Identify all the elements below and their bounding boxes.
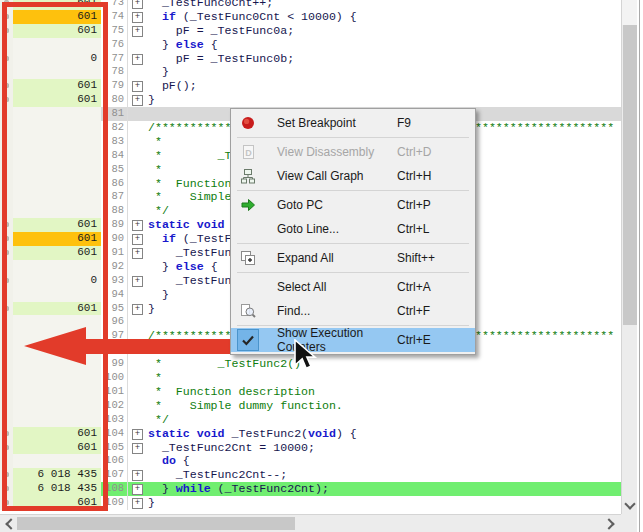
code-text[interactable]: pF = _TestFunc0a; bbox=[148, 24, 621, 38]
horizontal-scrollbar[interactable] bbox=[0, 514, 621, 532]
menu-item-shortcut: Ctrl+A bbox=[397, 280, 475, 294]
menu-item-goto-pc[interactable]: Goto PCCtrl+P bbox=[231, 193, 475, 217]
scroll-left-button[interactable] bbox=[2, 515, 17, 532]
fold-margin bbox=[128, 413, 148, 427]
fold-expand-icon[interactable]: + bbox=[132, 276, 143, 287]
fold-expand-icon[interactable]: + bbox=[132, 95, 143, 106]
menu-item-expand-all[interactable]: Expand AllShift++ bbox=[231, 246, 475, 270]
call-graph-icon bbox=[231, 168, 265, 184]
chevron-down-icon bbox=[624, 498, 635, 509]
line-body: 77+ pF = _TestFunc0b; bbox=[101, 52, 621, 66]
fold-margin bbox=[128, 177, 148, 191]
code-text[interactable]: _TestFunc0Cnt++; bbox=[148, 0, 621, 10]
menu-item-shortcut: Ctrl+F bbox=[397, 304, 475, 318]
fold-expand-icon[interactable]: + bbox=[132, 498, 143, 509]
fold-margin: + bbox=[128, 302, 148, 316]
line-body: 109+} bbox=[101, 496, 621, 510]
horizontal-scrollbar-thumb[interactable] bbox=[17, 517, 295, 530]
menu-separator bbox=[237, 272, 469, 273]
menu-item-label: Goto Line... bbox=[265, 222, 397, 236]
line-body: 79+ pF(); bbox=[101, 79, 621, 93]
vertical-scrollbar-track-top[interactable] bbox=[622, 0, 637, 25]
fold-margin bbox=[128, 454, 148, 468]
fold-margin: + bbox=[128, 24, 148, 38]
code-text[interactable]: pF = _TestFunc0b; bbox=[148, 52, 621, 66]
chevron-right-icon bbox=[603, 518, 614, 529]
line-body: 106 do { bbox=[101, 454, 621, 468]
fold-expand-icon[interactable]: + bbox=[132, 26, 143, 37]
code-text[interactable]: */ bbox=[148, 413, 621, 427]
fold-margin: + bbox=[128, 274, 148, 288]
svg-text:D: D bbox=[245, 148, 252, 158]
scroll-right-button[interactable] bbox=[602, 515, 617, 532]
fold-margin bbox=[128, 121, 148, 135]
menu-separator bbox=[237, 137, 469, 138]
line-body: 75+ pF = _TestFunc0a; bbox=[101, 24, 621, 38]
line-body: 105+ _TestFunc2Cnt = 10000; bbox=[101, 441, 621, 455]
menu-item-set-breakpoint[interactable]: Set BreakpointF9 bbox=[231, 111, 475, 135]
code-text[interactable]: } bbox=[148, 496, 621, 510]
code-text[interactable]: } while (_TestFunc2Cnt); bbox=[148, 482, 621, 496]
line-body: 78 } bbox=[101, 65, 621, 79]
code-text[interactable]: do { bbox=[148, 454, 621, 468]
menu-item-shortcut: Ctrl+L bbox=[397, 222, 475, 236]
fold-expand-icon[interactable]: + bbox=[132, 443, 143, 454]
menu-item-label: View Call Graph bbox=[265, 169, 397, 183]
menu-item-shortcut: F9 bbox=[397, 116, 475, 130]
code-text[interactable]: } bbox=[148, 93, 621, 107]
fold-expand-icon[interactable]: + bbox=[132, 470, 143, 481]
fold-margin: + bbox=[128, 468, 148, 482]
fold-expand-icon[interactable]: + bbox=[132, 484, 143, 495]
vertical-scrollbar-thumb[interactable] bbox=[623, 25, 637, 325]
fold-margin: + bbox=[128, 79, 148, 93]
fold-margin bbox=[128, 163, 148, 177]
current-pc-line: 108+ } while (_TestFunc2Cnt); bbox=[101, 482, 621, 496]
menu-item-goto-line[interactable]: Goto Line...Ctrl+L bbox=[231, 217, 475, 241]
fold-margin: + bbox=[128, 441, 148, 455]
expand-all-icon bbox=[231, 250, 265, 266]
menu-item-select-all[interactable]: Select AllCtrl+A bbox=[231, 275, 475, 299]
fold-expand-icon[interactable]: + bbox=[132, 220, 143, 231]
menu-item-show-execution-counters[interactable]: Show Execution CountersCtrl+E bbox=[231, 328, 475, 352]
code-text[interactable]: _TestFunc2Cnt = 10000; bbox=[148, 441, 621, 455]
find-icon bbox=[231, 303, 265, 319]
fold-expand-icon[interactable]: + bbox=[132, 81, 143, 92]
code-text[interactable]: static void _TestFunc2(void) { bbox=[148, 427, 621, 441]
line-body: 74+ if (_TestFunc0Cnt < 10000) { bbox=[101, 10, 621, 24]
red-highlight-rectangle bbox=[2, 2, 108, 511]
code-text[interactable]: if (_TestFunc0Cnt < 10000) { bbox=[148, 10, 621, 24]
scrollbar-corner bbox=[621, 514, 637, 532]
fold-margin bbox=[128, 190, 148, 204]
menu-item-shortcut: Ctrl+P bbox=[397, 198, 475, 212]
breakpoint-icon bbox=[231, 116, 265, 130]
fold-margin bbox=[128, 107, 148, 121]
fold-expand-icon[interactable]: + bbox=[132, 248, 143, 259]
line-body: 80+} bbox=[101, 93, 621, 107]
fold-expand-icon[interactable]: + bbox=[132, 54, 143, 65]
menu-item-view-call-graph[interactable]: View Call GraphCtrl+H bbox=[231, 164, 475, 188]
fold-expand-icon[interactable]: + bbox=[132, 234, 143, 245]
fold-margin bbox=[128, 135, 148, 149]
menu-item-label: Select All bbox=[265, 280, 397, 294]
scroll-down-button[interactable] bbox=[622, 497, 637, 513]
fold-expand-icon[interactable]: + bbox=[132, 304, 143, 315]
vertical-scrollbar[interactable] bbox=[621, 0, 637, 514]
menu-item-shortcut: Shift++ bbox=[397, 251, 475, 265]
line-body: 104+static void _TestFunc2(void) { bbox=[101, 427, 621, 441]
code-text[interactable]: } else { bbox=[148, 38, 621, 52]
red-arrow-left-icon bbox=[0, 320, 240, 390]
code-text[interactable]: _TestFunc2Cnt--; bbox=[148, 468, 621, 482]
menu-item-find[interactable]: Find...Ctrl+F bbox=[231, 299, 475, 323]
pane-splitter[interactable] bbox=[637, 0, 643, 532]
fold-expand-icon[interactable]: + bbox=[132, 0, 143, 9]
fold-expand-icon[interactable]: + bbox=[132, 429, 143, 440]
code-text[interactable]: } bbox=[148, 65, 621, 79]
code-text[interactable]: pF(); bbox=[148, 79, 621, 93]
fold-margin bbox=[128, 38, 148, 52]
menu-item-shortcut: Ctrl+E bbox=[397, 333, 475, 347]
fold-margin: + bbox=[128, 93, 148, 107]
fold-margin: + bbox=[128, 10, 148, 24]
line-body: 107+ _TestFunc2Cnt--; bbox=[101, 468, 621, 482]
fold-expand-icon[interactable]: + bbox=[132, 12, 143, 23]
code-text[interactable]: * Simple dummy function. bbox=[148, 399, 621, 413]
